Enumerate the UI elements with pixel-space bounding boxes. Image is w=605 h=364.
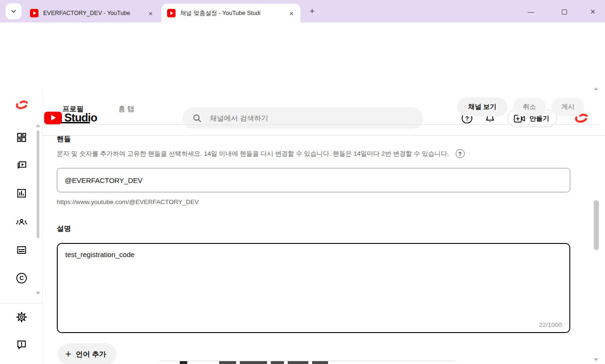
- triangle-up-icon: [594, 87, 598, 90]
- content-icon: [16, 159, 27, 171]
- handle-url-preview: https://www.youtube.com/@EVERFACTORY_DEV: [57, 198, 199, 205]
- browser-tab-1[interactable]: EVERFACTORY_DEV - YouTube ×: [24, 4, 160, 23]
- handle-description-row: 문자 및 숫자를 추가하여 고유한 핸들을 선택하세요. 14일 이내에 핸들을…: [57, 149, 526, 158]
- sidebar-item-customization[interactable]: [0, 132, 43, 143]
- sidebar-item-community[interactable]: [0, 216, 43, 228]
- description-field-container: test_registration_code 22/1000: [57, 243, 570, 333]
- window-close-button[interactable]: ×: [586, 6, 600, 18]
- tabrow-divider: [43, 124, 599, 125]
- publish-button[interactable]: 게시: [551, 98, 584, 116]
- tab-close-button[interactable]: ×: [146, 9, 155, 17]
- sidebar-item-subtitles[interactable]: [0, 244, 43, 256]
- description-textarea[interactable]: test_registration_code: [58, 244, 569, 319]
- youtube-favicon-icon: [167, 9, 176, 17]
- handle-help-icon[interactable]: ?: [456, 149, 465, 158]
- community-icon: [15, 216, 28, 228]
- view-channel-button[interactable]: 채널 보기: [457, 98, 507, 116]
- channel-logo-icon: [15, 99, 29, 111]
- handle-section-title: 핸들: [57, 135, 71, 144]
- sidebar-divider: [0, 303, 43, 303]
- customization-grid-icon: [16, 132, 27, 143]
- maximize-icon: [562, 9, 567, 15]
- triangle-down-icon: [594, 358, 598, 361]
- partial-bottom-element: [180, 361, 332, 364]
- sidebar-scroll-up[interactable]: [36, 124, 40, 127]
- subtitles-icon: [16, 244, 27, 256]
- channel-search-bar[interactable]: 채널에서 검색하기: [183, 107, 423, 129]
- sidebar-item-analytics[interactable]: [0, 188, 43, 199]
- search-icon: [192, 113, 202, 123]
- handle-input[interactable]: [57, 168, 570, 192]
- add-language-button[interactable]: + 언어 추가: [58, 343, 116, 364]
- tab-home[interactable]: 홈 탭: [118, 105, 134, 114]
- youtube-favicon-icon: [30, 9, 38, 17]
- sidebar-channel-avatar[interactable]: [0, 99, 43, 111]
- copyright-icon: C: [15, 272, 28, 284]
- studio-sidebar: C: [0, 87, 43, 364]
- handle-description: 문자 및 숫자를 추가하여 고유한 핸들을 선택하세요. 14일 이내에 핸들을…: [57, 150, 449, 158]
- chevron-down-icon: [10, 8, 17, 15]
- new-tab-button[interactable]: +: [306, 5, 318, 17]
- analytics-icon: [16, 188, 27, 199]
- window-minimize-button[interactable]: —: [524, 6, 538, 18]
- sidebar-item-feedback[interactable]: [0, 339, 43, 350]
- tab-close-button[interactable]: ×: [287, 9, 296, 17]
- browser-toolbar: studio.youtube.com/channel/UCoMXZlOaDyjp…: [0, 23, 605, 49]
- triangle-down-icon: [36, 292, 40, 295]
- main-scroll-up[interactable]: [594, 87, 598, 90]
- browser-window: EVERFACTORY_DEV - YouTube × 채널 맞춤설정 - Yo…: [0, 0, 605, 364]
- browser-tab-2-active[interactable]: 채널 맞춤설정 - YouTube Studi ×: [161, 4, 300, 23]
- triangle-up-icon: [36, 124, 40, 127]
- tab-title: EVERFACTORY_DEV - YouTube: [43, 10, 143, 16]
- search-placeholder: 채널에서 검색하기: [210, 114, 268, 123]
- youtube-play-icon: [44, 112, 62, 124]
- description-section-title: 설명: [57, 224, 71, 233]
- browser-tabstrip: EVERFACTORY_DEV - YouTube × 채널 맞춤설정 - Yo…: [0, 0, 605, 23]
- char-counter: 22/1000: [539, 321, 562, 328]
- tab-profile[interactable]: 프로필: [62, 105, 84, 114]
- studio-header: Studio 채널에서 검색하기 ?: [0, 49, 605, 87]
- gear-icon: [15, 311, 28, 323]
- sidebar-item-content[interactable]: [0, 159, 43, 171]
- tab-title: 채널 맞춤설정 - YouTube Studi: [180, 9, 283, 17]
- main-scroll-down[interactable]: [594, 358, 598, 361]
- main-scrollbar[interactable]: [594, 200, 599, 250]
- header-divider: [0, 135, 605, 136]
- sidebar-item-copyright[interactable]: C: [0, 272, 43, 284]
- copyright-letter: C: [19, 275, 23, 281]
- tab-profile-underline: [61, 122, 90, 123]
- cancel-button[interactable]: 취소: [513, 98, 546, 116]
- add-language-label: 언어 추가: [76, 350, 106, 359]
- window-maximize-button[interactable]: [557, 6, 571, 18]
- tab-search-button[interactable]: [6, 3, 22, 19]
- feedback-icon: [16, 339, 27, 350]
- plus-icon: +: [65, 348, 71, 360]
- sidebar-item-settings[interactable]: [0, 311, 43, 323]
- sidebar-scroll-down[interactable]: [36, 292, 40, 295]
